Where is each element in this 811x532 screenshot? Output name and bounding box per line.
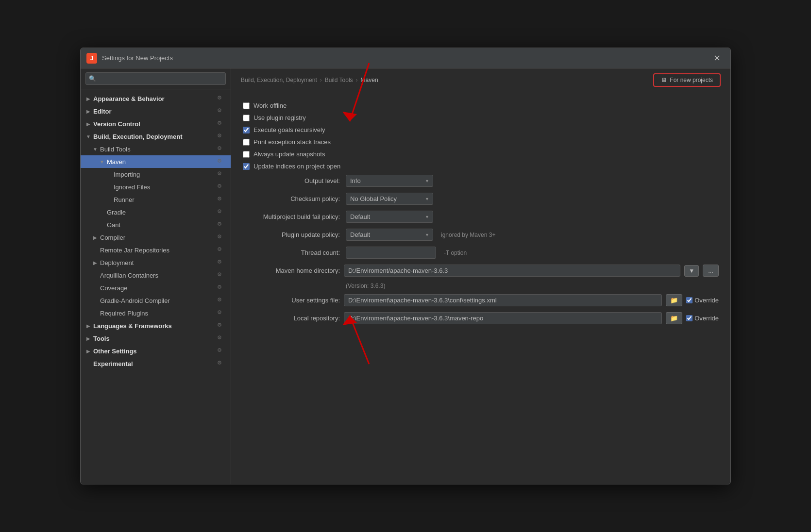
sidebar-item-compiler[interactable]: Compiler ⚙	[81, 231, 231, 244]
checkbox-execute-goals: Execute goals recursively	[243, 126, 719, 133]
close-button[interactable]: ✕	[710, 51, 725, 66]
sidebar-item-version-control[interactable]: Version Control ⚙	[81, 117, 231, 130]
arrow-placeholder	[99, 222, 105, 228]
sidebar-item-editor[interactable]: Editor ⚙	[81, 105, 231, 117]
settings-icon: ⚙	[217, 284, 225, 292]
arrow-icon	[85, 133, 91, 139]
sidebar-item-gradle[interactable]: Gradle ⚙	[81, 206, 231, 218]
user-settings-browse-button[interactable]: 📁	[666, 294, 682, 306]
work-offline-checkbox[interactable]	[243, 102, 250, 109]
sidebar-item-importing[interactable]: Importing ⚙	[81, 168, 231, 181]
arrow-icon	[99, 159, 105, 165]
arrow-icon	[92, 234, 98, 240]
print-exception-checkbox[interactable]	[243, 139, 250, 146]
sidebar-item-languages[interactable]: Languages & Frameworks ⚙	[81, 319, 231, 332]
settings-icon: ⚙	[217, 95, 225, 102]
local-repository-label: Local repository:	[243, 315, 340, 322]
arrow-icon	[85, 348, 91, 354]
sidebar-item-label: Coverage	[100, 284, 217, 292]
arrow-placeholder	[106, 197, 112, 202]
titlebar: J Settings for New Projects ✕	[81, 48, 730, 68]
user-settings-override: Override	[686, 297, 719, 304]
breadcrumb-sep-1: ›	[320, 77, 322, 83]
output-level-select[interactable]: Info Debug Error Warning	[346, 175, 433, 187]
maven-home-browse-button[interactable]: ...	[703, 265, 719, 277]
sidebar-item-deployment[interactable]: Deployment ⚙	[81, 256, 231, 269]
user-settings-override-checkbox[interactable]	[686, 297, 693, 303]
always-update-checkbox[interactable]	[243, 151, 250, 158]
update-indices-checkbox[interactable]	[243, 163, 250, 170]
app-icon: J	[86, 53, 97, 64]
multiproject-fail-select[interactable]: Default Fail at end Never fail	[346, 211, 433, 223]
sidebar-item-coverage[interactable]: Coverage ⚙	[81, 282, 231, 294]
sidebar-item-label: Arquillian Containers	[100, 272, 217, 279]
settings-window: J Settings for New Projects ✕ 🔍 Appearan…	[80, 48, 731, 484]
sidebar-item-arquillian[interactable]: Arquillian Containers ⚙	[81, 269, 231, 282]
sidebar-item-label: Compiler	[100, 234, 217, 241]
sidebar-item-label: Experimental	[93, 360, 217, 367]
checkbox-always-update: Always update snapshots	[243, 150, 719, 158]
settings-icon: ⚙	[217, 259, 225, 266]
arrow-placeholder	[92, 310, 98, 316]
settings-icon: ⚙	[217, 233, 225, 241]
sidebar-item-gant[interactable]: Gant ⚙	[81, 218, 231, 231]
sidebar-item-label: Gant	[107, 221, 217, 229]
thread-count-label: Thread count:	[243, 249, 340, 256]
sidebar-item-build-execution[interactable]: Build, Execution, Deployment ⚙	[81, 130, 231, 143]
sidebar-item-remote-jar[interactable]: Remote Jar Repositories ⚙	[81, 244, 231, 256]
use-plugin-registry-checkbox[interactable]	[243, 115, 250, 121]
sidebar-item-tools[interactable]: Tools ⚙	[81, 332, 231, 345]
search-wrapper: 🔍	[85, 72, 226, 85]
sidebar-item-label: Deployment	[100, 259, 217, 266]
sidebar-item-runner[interactable]: Runner ⚙	[81, 193, 231, 206]
sidebar-item-build-tools[interactable]: Build Tools ⚙	[81, 143, 231, 155]
sidebar-item-ignored-files[interactable]: Ignored Files ⚙	[81, 181, 231, 193]
local-repository-override-checkbox[interactable]	[686, 315, 693, 321]
arrow-placeholder	[92, 298, 98, 303]
sidebar-item-appearance[interactable]: Appearance & Behavior ⚙	[81, 92, 231, 105]
thread-count-hint: -T option	[444, 249, 467, 256]
arrow-icon	[85, 96, 91, 101]
sidebar-item-label: Languages & Frameworks	[93, 322, 217, 330]
arrow-placeholder	[92, 247, 98, 253]
sidebar-item-label: Ignored Files	[114, 183, 217, 191]
settings-content: Work offline Use plugin registry Execute…	[231, 92, 730, 484]
breadcrumb-current: Maven	[361, 77, 378, 83]
execute-goals-label: Execute goals recursively	[253, 126, 325, 133]
search-icon: 🔍	[89, 75, 96, 82]
search-input[interactable]	[85, 72, 226, 85]
sidebar-item-label: Appearance & Behavior	[93, 95, 217, 102]
settings-icon: ⚙	[217, 120, 225, 128]
sidebar-item-other-settings[interactable]: Other Settings ⚙	[81, 345, 231, 357]
execute-goals-checkbox[interactable]	[243, 127, 250, 133]
for-new-projects-button[interactable]: 🖥 For new projects	[653, 73, 721, 87]
breadcrumb-sep-2: ›	[356, 77, 358, 83]
local-repository-browse-button[interactable]: 📁	[666, 312, 682, 324]
sidebar-item-required-plugins[interactable]: Required Plugins ⚙	[81, 307, 231, 319]
sidebar-item-label: Build Tools	[100, 146, 217, 153]
sidebar-item-label: Build, Execution, Deployment	[93, 133, 217, 140]
arrow-placeholder	[92, 285, 98, 291]
user-settings-input[interactable]	[344, 294, 662, 306]
sidebar-item-experimental[interactable]: Experimental ⚙	[81, 357, 231, 370]
window-title: Settings for New Projects	[102, 54, 710, 62]
sidebar-item-label: Remote Jar Repositories	[100, 247, 217, 254]
arrow-placeholder	[85, 361, 91, 366]
output-level-label: Output level:	[243, 177, 340, 184]
sidebar-item-label: Maven	[107, 158, 217, 166]
settings-icon: ⚙	[217, 246, 225, 254]
settings-icon: ⚙	[217, 107, 225, 115]
maven-home-input[interactable]	[344, 265, 680, 277]
settings-icon: ⚙	[217, 309, 225, 317]
settings-icon: ⚙	[217, 334, 225, 342]
checksum-policy-select[interactable]: No Global Policy Fail Warn Ignore	[346, 193, 433, 205]
local-repository-input[interactable]	[344, 312, 662, 324]
breadcrumb-item-2: Build Tools	[325, 77, 353, 83]
sidebar-item-gradle-android[interactable]: Gradle-Android Compiler ⚙	[81, 294, 231, 307]
maven-home-dropdown-button[interactable]: ▼	[684, 265, 699, 277]
thread-count-input[interactable]	[346, 247, 436, 259]
sidebar-item-maven[interactable]: Maven ⚙	[81, 155, 231, 168]
plugin-update-select-wrapper: Default Check Do not check Ignore	[346, 229, 433, 241]
plugin-update-select[interactable]: Default Check Do not check Ignore	[346, 229, 433, 241]
settings-icon: ⚙	[217, 170, 225, 178]
